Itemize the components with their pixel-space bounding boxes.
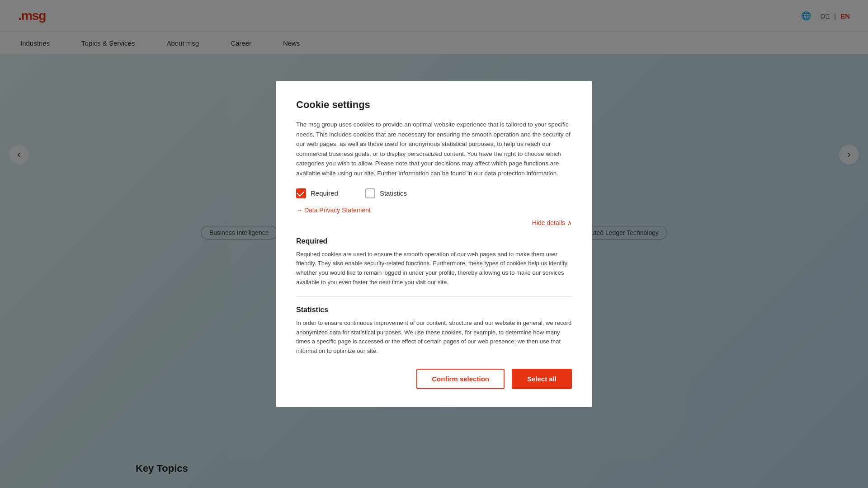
checkboxes-row: Required Statistics <box>296 188 572 198</box>
required-section-title: Required <box>296 237 572 245</box>
hide-details-label: Hide details <box>532 219 565 226</box>
privacy-statement-link[interactable]: → Data Privacy Statement <box>296 206 572 214</box>
statistics-section-title: Statistics <box>296 306 572 314</box>
modal-buttons: Confirm selection Select all <box>296 369 572 389</box>
select-all-button[interactable]: Select all <box>512 369 572 389</box>
statistics-section-text: In order to ensure continuous improvemen… <box>296 319 572 356</box>
confirm-selection-button[interactable]: Confirm selection <box>416 369 505 389</box>
statistics-detail-section: Statistics In order to ensure continuous… <box>296 306 572 356</box>
required-section-text: Required cookies are used to ensure the … <box>296 250 572 287</box>
statistics-checkbox-item: Statistics <box>365 188 407 198</box>
divider <box>296 296 572 297</box>
modal-intro-text: The msg group uses cookies to provide an… <box>296 120 572 178</box>
required-checkbox-item: Required <box>296 188 338 198</box>
chevron-up-icon: ∧ <box>567 219 572 226</box>
required-detail-section: Required Required cookies are used to en… <box>296 237 572 287</box>
cookie-settings-modal: Cookie settings The msg group uses cooki… <box>276 81 592 407</box>
required-checkbox[interactable] <box>296 188 306 198</box>
modal-title: Cookie settings <box>296 99 572 111</box>
modal-overlay: Cookie settings The msg group uses cooki… <box>0 0 868 488</box>
statistics-checkbox[interactable] <box>365 188 375 198</box>
hide-details-toggle[interactable]: Hide details ∧ <box>296 219 572 226</box>
required-label: Required <box>311 189 338 197</box>
statistics-label: Statistics <box>380 189 407 197</box>
